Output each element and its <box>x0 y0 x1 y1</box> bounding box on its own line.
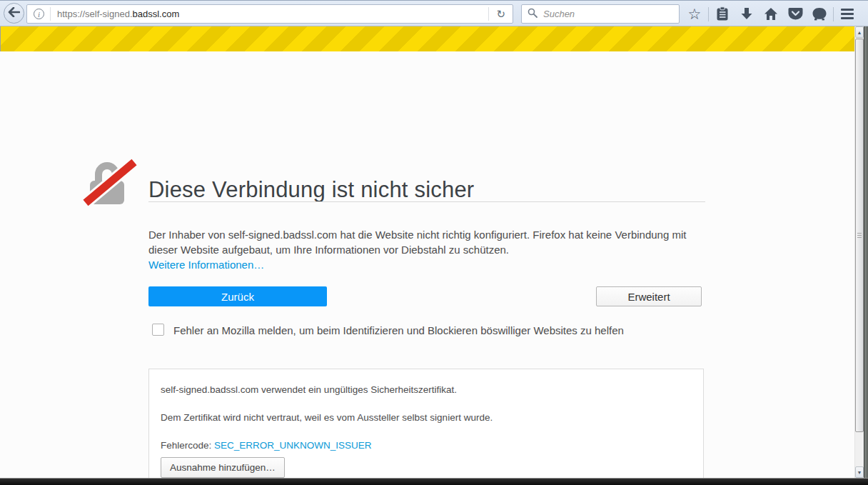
learn-more-link[interactable]: Weitere Informationen… <box>148 259 264 271</box>
error-code-label: Fehlercode: <box>161 440 214 451</box>
home-icon[interactable] <box>759 4 783 25</box>
broken-lock-icon <box>83 157 137 209</box>
report-error-checkbox[interactable] <box>152 324 164 336</box>
url-domain: badssl.com <box>133 9 180 19</box>
back-button[interactable] <box>4 3 24 24</box>
site-info-icon[interactable]: i <box>34 9 44 19</box>
report-error-label: Fehler an Mozilla melden, um beim Identi… <box>173 324 624 336</box>
downloads-icon[interactable] <box>735 4 759 25</box>
search-bar <box>521 4 680 24</box>
url-bar[interactable]: i https://self-signed.badssl.com ↻ <box>26 4 513 24</box>
browser-toolbar: i https://self-signed.badssl.com ↻ ☆ <box>0 0 868 26</box>
page-title: Diese Verbindung ist nicht sicher <box>148 177 705 203</box>
vertical-scrollbar[interactable]: ▲ ▼ <box>854 26 864 478</box>
add-exception-button[interactable]: Ausnahme hinzufügen… <box>161 457 285 478</box>
scroll-down-button[interactable]: ▼ <box>855 466 864 478</box>
window-bottom-edge <box>0 478 868 485</box>
window-right-edge <box>864 26 868 485</box>
back-arrow-icon <box>8 7 20 20</box>
menu-hamburger-icon[interactable] <box>835 4 859 25</box>
scroll-up-button[interactable]: ▲ <box>855 26 864 38</box>
cert-error-line2: Dem Zertifikat wird nicht vertraut, weil… <box>161 412 493 423</box>
advanced-button[interactable]: Erweitert <box>596 286 702 306</box>
search-icon <box>522 8 542 21</box>
bookmarks-menu-icon[interactable] <box>710 4 735 25</box>
toolbar-icons: ☆ <box>682 1 859 27</box>
url-prefix: https://self-signed. <box>57 9 133 19</box>
reload-icon[interactable]: ↻ <box>489 8 513 21</box>
error-code-link[interactable]: SEC_ERROR_UNKNOWN_ISSUER <box>214 440 372 451</box>
cert-error-code-line: Fehlercode: SEC_ERROR_UNKNOWN_ISSUER <box>161 440 372 451</box>
url-text[interactable]: https://self-signed.badssl.com <box>57 9 488 19</box>
toolbar-separator <box>833 7 834 21</box>
urlbar-separator <box>50 7 51 21</box>
firefox-window: i https://self-signed.badssl.com ↻ ☆ <box>0 0 868 485</box>
error-description: Der Inhaber von self-signed.badssl.com h… <box>148 227 695 257</box>
certificate-error-box: self-signed.badssl.com verwendet ein ung… <box>148 369 704 485</box>
scrollbar-grip <box>857 233 862 239</box>
toolbar-separator <box>708 7 709 21</box>
error-page-content: Diese Verbindung ist nicht sicher Der In… <box>0 51 854 485</box>
warning-stripes-banner <box>1 26 854 51</box>
pocket-icon[interactable] <box>783 4 807 25</box>
cert-error-line1: self-signed.badssl.com verwendet ein ung… <box>161 384 457 395</box>
search-input[interactable] <box>542 8 679 20</box>
bookmark-star-icon[interactable]: ☆ <box>682 4 707 25</box>
go-back-button[interactable]: Zurück <box>148 286 327 306</box>
title-divider <box>148 201 705 202</box>
scrollbar-thumb[interactable] <box>855 39 864 432</box>
report-error-row: Fehler an Mozilla melden, um beim Identi… <box>152 324 624 336</box>
hello-chat-icon[interactable] <box>807 4 832 25</box>
